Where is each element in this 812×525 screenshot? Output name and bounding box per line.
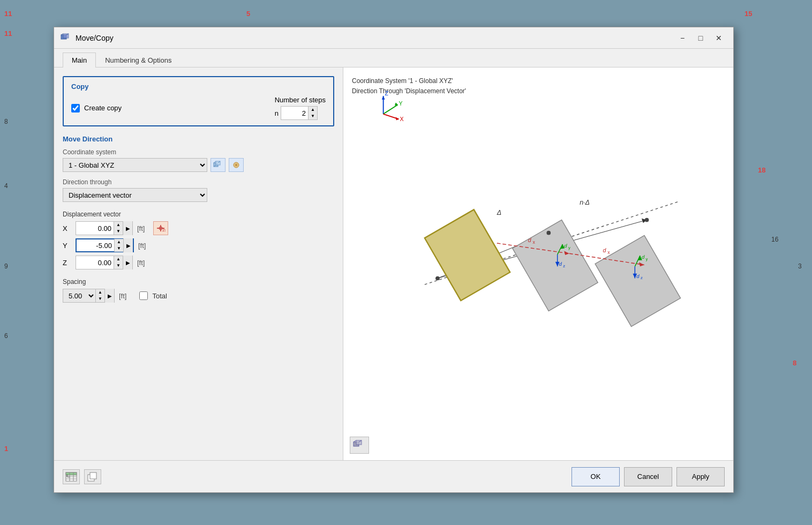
direction-through-select[interactable]: Displacement vector Two points Line <box>63 188 207 202</box>
spacing-down-btn[interactable]: ▼ <box>96 296 104 302</box>
y-up-btn[interactable]: ▲ <box>115 239 123 245</box>
coord-icon-2[interactable] <box>229 158 244 172</box>
z-unit: [ft] <box>137 259 145 267</box>
cad-num-18: 18 <box>758 166 765 174</box>
copy-icon-btn[interactable] <box>84 469 101 484</box>
steps-spinner: 2 ▲ ▼ <box>281 106 318 120</box>
y-value-input[interactable] <box>77 238 114 252</box>
z-down-btn[interactable]: ▼ <box>114 262 123 269</box>
svg-text:.00: .00 <box>67 476 70 478</box>
x-axis-label: X <box>63 224 71 232</box>
left-panel: Copy Create copy Number of steps n 2 <box>54 68 343 460</box>
spacing-arrow-btn[interactable]: ▶ <box>104 289 114 303</box>
maximize-button[interactable]: □ <box>693 32 709 44</box>
z-up-btn[interactable]: ▲ <box>114 256 123 262</box>
svg-text:d: d <box>642 254 645 260</box>
svg-text:2x: 2x <box>162 228 166 232</box>
create-copy-checkbox[interactable] <box>71 104 80 112</box>
x-up-btn[interactable]: ▲ <box>114 222 123 228</box>
pick-point-btn[interactable]: 2x <box>153 221 168 235</box>
coord-system-row: 1 - Global XYZ 2 - Local XYZ <box>63 158 334 172</box>
svg-text:Δ: Δ <box>497 209 501 216</box>
svg-rect-74 <box>90 472 96 479</box>
cad-num-9: 9 <box>4 262 8 270</box>
y-down-btn[interactable]: ▼ <box>115 245 123 252</box>
total-label: Total <box>152 292 167 300</box>
close-button[interactable]: ✕ <box>711 32 727 44</box>
cad-num-3: 3 <box>798 262 802 270</box>
right-panel: Coordinate System '1 - Global XYZ' Direc… <box>343 68 733 460</box>
direction-through-row: Displacement vector Two points Line <box>63 188 334 202</box>
x-arrow-btn[interactable]: ▶ <box>123 221 132 235</box>
svg-text:d: d <box>559 261 562 267</box>
direction-through-label: Direction through <box>63 178 334 186</box>
z-axis-label: Z <box>63 259 71 267</box>
spacing-row: 5.00 ▲ ▼ ▶ [ft] Total <box>63 289 334 303</box>
disp-x-row: X ▲ ▼ ▶ [ft] <box>63 221 334 235</box>
cad-num-6: 6 <box>4 332 8 340</box>
x-value-input[interactable] <box>76 221 114 235</box>
bottom-left-tools: 0 .00 <box>63 469 101 484</box>
disp-z-row: Z ▲ ▼ ▶ [ft] <box>63 256 334 269</box>
svg-text:x: x <box>532 239 535 245</box>
cad-num-5: 5 <box>246 10 250 18</box>
tab-main[interactable]: Main <box>63 52 96 68</box>
svg-point-60 <box>645 218 649 222</box>
y-unit: [ft] <box>138 242 146 250</box>
svg-text:z: z <box>641 275 643 280</box>
bottom-right-actions: OK Cancel Apply <box>572 467 725 486</box>
steps-value-row: n 2 ▲ ▼ <box>275 106 318 120</box>
diagram-bottom-icon[interactable] <box>350 437 369 454</box>
cad-num-11b: 11 <box>4 29 12 38</box>
spacing-section: Spacing 5.00 ▲ ▼ ▶ [ft] Total <box>63 278 334 303</box>
coord-system-select[interactable]: 1 - Global XYZ 2 - Local XYZ <box>63 158 207 172</box>
steps-up-btn[interactable]: ▲ <box>309 107 317 113</box>
move-direction-title: Move Direction <box>63 135 334 143</box>
cad-num-8r: 8 <box>793 359 796 367</box>
spacing-spinner-btns: ▲ ▼ <box>95 289 104 302</box>
svg-point-58 <box>435 276 440 281</box>
svg-text:x: x <box>607 250 610 255</box>
apply-button[interactable]: Apply <box>676 467 725 486</box>
tab-numbering[interactable]: Numbering & Options <box>96 52 181 68</box>
coord-icon-1[interactable] <box>210 158 225 172</box>
ok-button[interactable]: OK <box>572 467 620 486</box>
svg-point-59 <box>546 231 551 235</box>
dialog: Move/Copy − □ ✕ Main Numbering & Options… <box>54 27 734 493</box>
title-controls: − □ ✕ <box>674 32 727 44</box>
spacing-select[interactable]: 5.00 <box>63 289 95 302</box>
title-bar-left: Move/Copy <box>61 33 114 43</box>
table-icon-btn[interactable]: 0 .00 <box>63 469 80 484</box>
cancel-button[interactable]: Cancel <box>624 467 672 486</box>
steps-label: Number of steps <box>275 96 326 104</box>
steps-input[interactable]: 2 <box>281 106 308 120</box>
svg-text:y: y <box>568 245 570 250</box>
svg-line-17 <box>384 104 398 114</box>
svg-text:X: X <box>400 116 404 122</box>
y-arrow-btn[interactable]: ▶ <box>123 238 133 252</box>
n-label: n <box>275 109 279 117</box>
svg-text:d: d <box>564 243 567 249</box>
spacing-unit: [ft] <box>119 292 126 300</box>
svg-text:d: d <box>636 273 640 279</box>
z-input-group: ▲ ▼ ▶ <box>76 256 133 269</box>
cad-num-11: 11 <box>4 10 12 18</box>
x-down-btn[interactable]: ▼ <box>114 228 123 235</box>
svg-text:y: y <box>646 257 648 261</box>
svg-text:d: d <box>603 247 607 253</box>
svg-point-10 <box>235 164 237 166</box>
z-value-input[interactable] <box>76 256 114 269</box>
total-checkbox[interactable] <box>139 291 148 300</box>
svg-text:Z: Z <box>385 90 389 96</box>
svg-rect-31 <box>425 209 510 301</box>
spacing-up-btn[interactable]: ▲ <box>96 289 104 296</box>
cad-num-16: 16 <box>771 236 778 243</box>
diagram-svg: Z Y X Δ <box>343 68 733 460</box>
cad-num-8: 8 <box>4 118 8 125</box>
svg-text:Y: Y <box>399 100 403 107</box>
z-arrow-btn[interactable]: ▶ <box>123 256 132 269</box>
steps-down-btn[interactable]: ▼ <box>309 113 317 119</box>
spacing-input-group: 5.00 ▲ ▼ ▶ <box>63 289 115 303</box>
copy-title: Copy <box>71 82 326 91</box>
minimize-button[interactable]: − <box>674 32 690 44</box>
